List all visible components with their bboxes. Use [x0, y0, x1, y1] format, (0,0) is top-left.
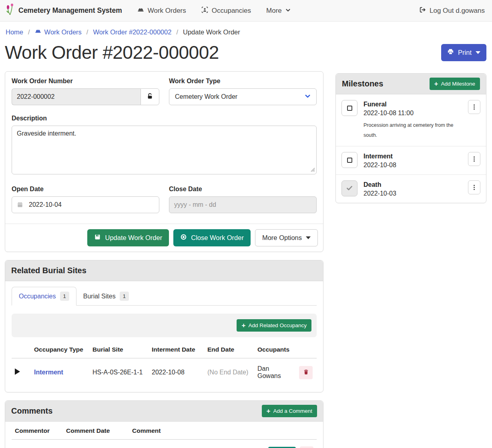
col-end-date: End Date — [204, 341, 254, 358]
work-order-number-label: Work Order Number — [12, 78, 159, 85]
milestone-date: 2022-10-08 11:00 — [363, 110, 462, 117]
delete-comment-button[interactable] — [300, 446, 313, 448]
milestone-checkbox[interactable] — [341, 100, 357, 116]
kebab-dots-icon — [474, 106, 475, 108]
comments-table: Commentor Comment Date Comment d.gowans … — [12, 422, 317, 448]
nav-item-more[interactable]: More — [266, 7, 291, 15]
top-navbar: Cemetery Management System Work Orders O… — [0, 0, 492, 22]
resize-grip-icon[interactable] — [311, 166, 315, 174]
close-date-label: Close Date — [169, 186, 317, 193]
milestone-item-interment: Interment 2022-10-08 — [336, 146, 486, 174]
check-mark-icon — [346, 184, 353, 193]
related-burial-sites-card: Related Burial Sites Occupancies 1 Buria… — [5, 260, 323, 392]
empty-square-icon — [347, 158, 352, 163]
milestone-name: Interment — [363, 153, 462, 160]
related-tabs: Occupancies 1 Burial Sites 1 — [12, 287, 317, 306]
kebab-dots-icon — [474, 158, 475, 160]
logout-icon — [419, 6, 426, 15]
occupancy-type-link[interactable]: Interment — [34, 369, 63, 376]
page-title: Work Order #2022-000002 — [5, 42, 219, 63]
milestone-note: Procession arriving at cemetery from the… — [363, 120, 456, 140]
occupancies-toolbar: + Add Related Occupancy — [12, 314, 317, 337]
unlock-icon — [147, 93, 153, 101]
comment-date-cell: 2022-10-07 10:08 — [63, 440, 129, 448]
interment-date-cell: 2022-10-08 — [149, 358, 204, 387]
comments-title: Comments — [11, 406, 52, 416]
comment-cell: Family scheduled to be on site at 12:30. — [129, 440, 265, 448]
occupants-cell: Dan Gowans — [254, 358, 296, 387]
col-comment-date: Comment Date — [63, 422, 129, 440]
trash-icon — [303, 369, 309, 376]
milestone-checkbox[interactable] — [341, 152, 357, 168]
milestone-name: Funeral — [363, 101, 462, 108]
related-burial-sites-title: Related Burial Sites — [11, 266, 86, 275]
open-date-label: Open Date — [12, 186, 159, 193]
print-button[interactable]: Print — [441, 44, 486, 61]
occupancies-table: Occupancy Type Burial Site Interment Dat… — [12, 341, 317, 386]
kebab-dots-icon — [474, 187, 475, 188]
nav-item-work-orders[interactable]: Work Orders — [137, 6, 186, 15]
breadcrumb-home[interactable]: Home — [6, 28, 23, 36]
calendar-icon — [17, 202, 23, 210]
breadcrumb-work-orders[interactable]: Work Orders — [35, 28, 82, 36]
person-bounding-box-icon — [201, 6, 208, 15]
milestone-name: Death — [363, 181, 462, 188]
delete-occupancy-button[interactable] — [299, 366, 313, 379]
save-icon — [94, 234, 101, 242]
tulip-logo-icon — [6, 4, 14, 18]
chevron-down-icon — [285, 7, 291, 15]
chevron-down-icon — [305, 93, 311, 101]
comments-card: Comments + Add a Comment Commentor Comme… — [5, 400, 323, 448]
col-comment: Comment — [129, 422, 265, 440]
burial-site-cell: HS-A-0S-26E-1-1 — [89, 358, 149, 387]
add-comment-button[interactable]: + Add a Comment — [262, 405, 317, 417]
comment-row: d.gowans 2022-10-07 10:08 Family schedul… — [12, 440, 317, 448]
milestone-item-funeral: Funeral 2022-10-08 11:00 Procession arri… — [336, 94, 486, 146]
breadcrumb-work-order-number[interactable]: Work Order #2022-000002 — [93, 28, 171, 36]
work-order-type-label: Work Order Type — [169, 78, 317, 85]
occupancies-count-badge: 1 — [60, 292, 69, 301]
milestone-menu-button[interactable] — [468, 180, 480, 194]
commentor-cell: d.gowans — [12, 440, 63, 448]
plus-icon: + — [267, 408, 271, 414]
tab-occupancies[interactable]: Occupancies 1 — [12, 287, 76, 306]
app-brand: Cemetery Management System — [6, 4, 122, 18]
milestone-menu-button[interactable] — [468, 152, 480, 166]
end-date-cell: (No End Date) — [204, 358, 254, 387]
close-date-input[interactable] — [169, 196, 317, 213]
expand-row-icon[interactable] — [15, 368, 20, 375]
milestone-date: 2022-10-08 — [363, 162, 462, 169]
plus-icon: + — [434, 80, 438, 87]
more-options-button[interactable]: More Options — [255, 229, 318, 246]
printer-icon — [447, 48, 454, 57]
description-label: Description — [12, 115, 317, 122]
unlock-button[interactable] — [141, 88, 159, 105]
nav-item-occupancies[interactable]: Occupancies — [201, 6, 251, 15]
col-occupancy-type: Occupancy Type — [31, 341, 89, 358]
work-order-form-card: Work Order Number — [5, 71, 323, 252]
milestones-title: Milestones — [342, 79, 383, 88]
burial-sites-count-badge: 1 — [120, 292, 129, 301]
caret-down-icon — [306, 236, 311, 239]
update-work-order-button[interactable]: Update Work Order — [87, 229, 169, 246]
col-commentor: Commentor — [12, 422, 63, 440]
col-burial-site: Burial Site — [89, 341, 149, 358]
work-order-type-select[interactable]: Cemetery Work Order — [169, 88, 317, 105]
logout-button[interactable]: Log Out d.gowans — [419, 6, 485, 15]
add-milestone-button[interactable]: + Add Milestone — [430, 78, 480, 90]
add-related-occupancy-button[interactable]: + Add Related Occupancy — [237, 319, 311, 332]
tab-burial-sites[interactable]: Burial Sites 1 — [76, 287, 136, 306]
milestone-checkbox-checked[interactable] — [341, 180, 357, 196]
work-order-number-input[interactable] — [12, 88, 141, 105]
open-date-input[interactable] — [12, 196, 159, 213]
close-work-order-button[interactable]: Close Work Order — [173, 229, 251, 246]
milestone-menu-button[interactable] — [468, 100, 480, 114]
plus-icon: + — [241, 322, 245, 329]
occupancy-row: Interment HS-A-0S-26E-1-1 2022-10-08 (No… — [12, 358, 317, 387]
app-title: Cemetery Management System — [18, 6, 122, 15]
milestones-card: Milestones + Add Milestone Funeral 2022-… — [335, 73, 486, 203]
milestone-item-death: Death 2022-10-03 — [336, 174, 486, 203]
description-textarea[interactable]: Graveside interment. — [12, 126, 317, 174]
col-interment-date: Interment Date — [149, 341, 204, 358]
record-circle-icon — [180, 234, 187, 242]
